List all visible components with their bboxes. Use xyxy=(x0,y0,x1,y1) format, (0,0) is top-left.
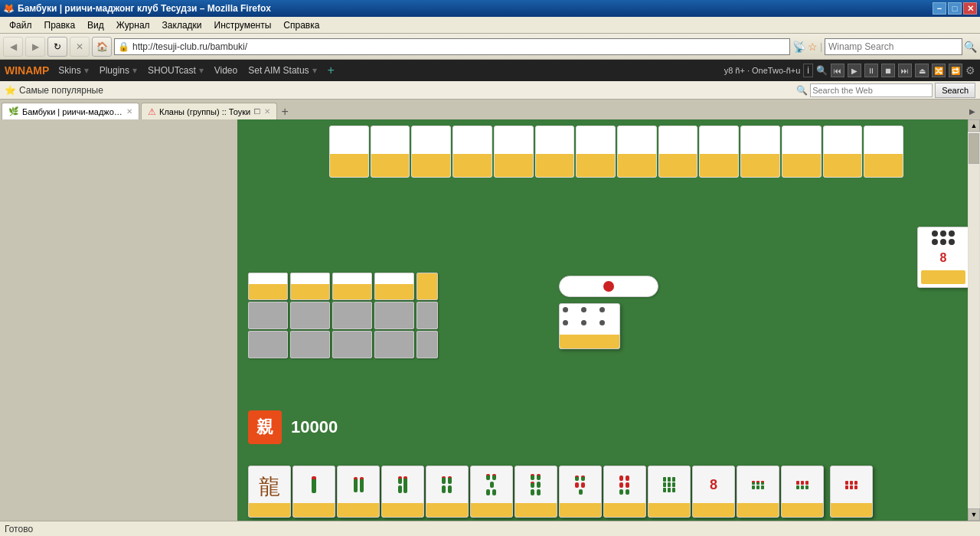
score-value: 10000 xyxy=(291,417,338,437)
left-tile-1b xyxy=(248,302,288,329)
add-tab-button[interactable]: + xyxy=(277,104,292,119)
menu-journal[interactable]: Журнал xyxy=(110,18,156,32)
dot-3 xyxy=(949,230,955,237)
top-tile-5 xyxy=(494,126,534,178)
back-button[interactable]: ◀ xyxy=(3,37,23,57)
left-tile-col-4 xyxy=(374,273,414,358)
tab-close-btn[interactable]: ✕ xyxy=(126,107,132,116)
top-tile-1 xyxy=(329,126,369,178)
left-tile-5c xyxy=(416,331,438,358)
navbar: ◀ ▶ ↻ ✕ 🏠 🔒 http://tesuji-club.ru/bambuk… xyxy=(0,34,980,60)
hand-tile-12[interactable] xyxy=(737,466,779,518)
center-tile-dots xyxy=(560,304,619,335)
hand-tile-11[interactable]: 8 xyxy=(692,466,735,518)
search-button[interactable]: Search xyxy=(935,83,975,98)
address-bar[interactable]: 🔒 http://tesuji-club.ru/bambuki/ xyxy=(114,38,790,55)
hand-tile-8[interactable] xyxy=(559,466,602,518)
forward-button[interactable]: ▶ xyxy=(25,37,45,57)
close-button[interactable]: ✕ xyxy=(963,2,977,15)
rss-icon[interactable]: 📡 xyxy=(792,41,805,53)
winamp-video-menu[interactable]: Video xyxy=(214,65,237,76)
winamp-open-btn[interactable]: ⏏ xyxy=(915,64,929,77)
hand-tile-9[interactable] xyxy=(603,466,646,518)
winamp-plugins-menu[interactable]: Plugins xyxy=(100,65,129,76)
tab-clans[interactable]: ⚠ Кланы (группы) :: Тоуки ⧠ ✕ xyxy=(141,103,277,119)
bookmarks-label[interactable]: Самые популярные xyxy=(19,85,103,96)
left-tile-3c xyxy=(332,331,372,358)
hand-tile-13[interactable] xyxy=(781,466,824,518)
score-area: 親 10000 xyxy=(248,410,338,444)
hand-tile-7-gold xyxy=(515,503,557,517)
svg-text:龍: 龍 xyxy=(259,475,280,498)
winamp-shuffle-btn[interactable]: 🔀 xyxy=(932,64,946,77)
menu-view[interactable]: Вид xyxy=(81,18,110,32)
tab-scroll-right[interactable]: ▶ xyxy=(966,103,978,119)
winamp-play-btn[interactable]: ▶ xyxy=(848,64,861,77)
winamp-next-btn[interactable]: ⏭ xyxy=(898,64,912,77)
web-search-input[interactable] xyxy=(810,83,933,97)
hand-tile-13-face xyxy=(782,466,823,503)
hand-tile-6[interactable] xyxy=(470,466,513,518)
scroll-track[interactable] xyxy=(969,132,979,508)
hand-tile-5-gold xyxy=(426,503,468,517)
top-tile-12 xyxy=(782,126,822,178)
hand-tile-1[interactable]: 龍 xyxy=(248,466,291,518)
dot-5 xyxy=(940,239,946,245)
center-area xyxy=(559,276,658,349)
left-tile-col-5 xyxy=(416,273,438,358)
hand-tile-11-face: 8 xyxy=(693,466,734,503)
left-tile-4b xyxy=(374,302,414,329)
hand-tile-3-gold xyxy=(338,503,379,517)
menu-tools[interactable]: Инструменты xyxy=(208,18,278,32)
minimize-button[interactable]: − xyxy=(933,2,946,15)
search-icon[interactable]: 🔍 xyxy=(964,41,977,53)
menu-edit[interactable]: Правка xyxy=(38,18,82,32)
scroll-thumb[interactable] xyxy=(969,133,979,164)
scroll-down-arrow[interactable]: ▼ xyxy=(968,508,980,521)
bookmark-star-icon[interactable]: ☆ xyxy=(808,41,818,53)
left-tile-2a xyxy=(290,273,330,300)
winamp-search-btn[interactable]: 🔍 xyxy=(816,65,828,76)
hand-tile-3[interactable] xyxy=(337,466,380,518)
dice-red-dot xyxy=(603,281,614,292)
tab2-close-btn[interactable]: ✕ xyxy=(264,107,270,116)
add-icon[interactable]: + xyxy=(328,64,335,77)
winamp-toolbar: WINAMP Skins▾ Plugins▾ SHOUTcast▾ Video … xyxy=(0,60,980,81)
bookmarks-bar: ⭐ Самые популярные 🔍 Search xyxy=(0,81,980,100)
firefox-icon: 🦊 xyxy=(3,3,15,14)
winamp-repeat-btn[interactable]: 🔁 xyxy=(949,64,962,77)
hand-tile-7-face xyxy=(515,466,557,503)
winamp-search-input[interactable] xyxy=(825,38,962,55)
scrollbar[interactable]: ▲ ▼ xyxy=(968,119,980,521)
tab-label-clans: Кланы (группы) :: Тоуки xyxy=(159,107,250,116)
winamp-info-btn[interactable]: i xyxy=(803,64,813,77)
winamp-stop-btn[interactable]: ⏹ xyxy=(881,64,895,77)
tab-bambuki[interactable]: 🌿 Бамбуки | риичи-маджонг клуб... ✕ xyxy=(2,103,139,119)
menu-bookmarks[interactable]: Закладки xyxy=(156,18,208,32)
stop-button[interactable]: ✕ xyxy=(70,37,90,57)
winamp-gear-icon[interactable]: ⚙ xyxy=(965,64,975,77)
menu-help[interactable]: Справка xyxy=(277,18,325,32)
reload-button[interactable]: ↻ xyxy=(47,37,67,57)
menu-file[interactable]: Файл xyxy=(3,18,38,32)
winamp-shoutcast-menu[interactable]: SHOUTcast xyxy=(148,65,196,76)
tab-expand-icon[interactable]: ⧠ xyxy=(253,107,261,116)
scroll-up-arrow[interactable]: ▲ xyxy=(968,119,980,132)
hand-tile-2[interactable] xyxy=(292,466,335,518)
winamp-skins-menu[interactable]: Skins xyxy=(58,65,80,76)
winamp-prev-btn[interactable]: ⏮ xyxy=(831,64,844,77)
tab-label: Бамбуки | риичи-маджонг клуб... xyxy=(22,107,123,116)
hand-tile-2-face xyxy=(293,466,335,503)
home-button[interactable]: 🏠 xyxy=(92,37,112,57)
restore-button[interactable]: □ xyxy=(948,2,962,15)
winamp-aim-menu[interactable]: Set AIM Status xyxy=(248,65,309,76)
hand-tile-4[interactable] xyxy=(381,466,424,518)
hand-tile-5[interactable] xyxy=(426,466,469,518)
winamp-logo: WINAMP xyxy=(5,64,49,77)
hand-tile-7[interactable] xyxy=(514,466,557,518)
special-tile: 8 xyxy=(917,227,969,288)
hand-tile-14-face xyxy=(831,466,872,503)
hand-tile-10[interactable] xyxy=(648,466,691,518)
winamp-pause-btn[interactable]: ⏸ xyxy=(864,64,878,77)
hand-tile-14[interactable] xyxy=(830,466,873,518)
